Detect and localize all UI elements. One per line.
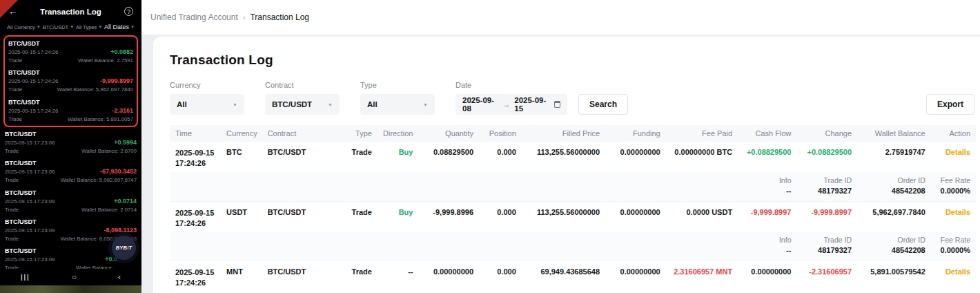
- contract-filter-group: Contract BTC/USDT ▼: [265, 81, 340, 115]
- page-title: Transaction Log: [170, 53, 976, 68]
- sub-info: Info--: [738, 231, 796, 261]
- date-range-picker[interactable]: 2025-09-08 → 2025-09-15: [455, 94, 567, 115]
- details-link[interactable]: Details: [931, 142, 976, 172]
- cell: -9,999.8997: [738, 201, 796, 231]
- col-header-direction: Direction: [378, 125, 419, 142]
- transaction-item[interactable]: BTC/USDT2025-09-15 17:24:26+0.0882TradeW…: [8, 37, 133, 66]
- sub-value: --: [743, 187, 791, 195]
- home-icon[interactable]: ○: [72, 272, 77, 282]
- item-type-balance-row: TradeWallet Balance: 2.7591: [8, 57, 133, 64]
- transaction-table: TimeCurrencyContractTypeDirectionQuantit…: [170, 125, 976, 293]
- sub-order-id: Order ID48542208: [857, 231, 931, 261]
- col-header-cash-flow: Cash Flow: [738, 125, 796, 142]
- cell: Trade: [320, 261, 378, 292]
- sub-value: 48542208: [863, 187, 925, 195]
- mobile-filter-0[interactable]: All Currency▼: [7, 24, 41, 30]
- cell: 5,891.00579542: [857, 261, 931, 292]
- breadcrumb-current: Transaction Log: [250, 12, 309, 22]
- mobile-filter-bar: All Currency▼BTC/USDT▼All Types▼All Date…: [0, 19, 141, 35]
- table-row: 2025-09-1517:24:26MNTBTC/USDTTrade--0.00…: [170, 261, 976, 292]
- cell: 113,255.56000000: [522, 142, 605, 172]
- time-clock: 17:24:26: [175, 278, 215, 288]
- timestamp: 2025-09-15 17:23:09: [5, 227, 55, 234]
- timestamp: 2025-09-15 17:23:06: [5, 139, 55, 146]
- cell: 113,255.56000000: [522, 201, 605, 231]
- type-label: Trade: [8, 57, 22, 64]
- wallet-balance: Wallet Balance: 5,891.0057: [68, 115, 133, 123]
- nav-back-icon[interactable]: ‹: [118, 272, 121, 282]
- mobile-filter-2[interactable]: All Types▼: [76, 24, 102, 30]
- timestamp: 2025-09-15 17:24:26: [8, 48, 58, 56]
- caret-down-icon: ▼: [98, 25, 102, 29]
- date-to: 2025-09-15: [514, 96, 550, 113]
- sub-label: Info: [743, 176, 791, 185]
- bybit-floating-button[interactable]: BYBIT: [112, 236, 136, 260]
- transaction-item[interactable]: BTC/USDT2025-09-15 17:23:09+0.0714TradeW…: [3, 187, 138, 216]
- item-type-balance-row: TradeWallet Balance: 2.6709: [5, 147, 137, 155]
- recent-apps-icon[interactable]: |||: [21, 274, 30, 281]
- mobile-filter-3[interactable]: All Dates▼: [104, 23, 135, 30]
- filter-row: Currency All ▼ Contract BTC/USDT ▼ Type: [170, 81, 976, 115]
- item-time-amount-row: 2025-09-15 17:24:26-2.3161: [8, 106, 133, 115]
- chevron-down-icon: ▼: [328, 102, 333, 107]
- timestamp: 2025-09-15 17:23:06: [5, 168, 55, 176]
- cell: BTC/USDT: [262, 261, 320, 292]
- filter-label: All Dates: [104, 23, 129, 30]
- filter-label: BTC/USDT: [43, 24, 69, 30]
- date-arrow-icon: →: [502, 100, 511, 108]
- details-link[interactable]: Details: [931, 261, 976, 292]
- item-type-balance-row: TradeWallet Balance: 5,982,697.6747: [5, 176, 137, 184]
- chevron-down-icon: ▼: [423, 102, 428, 107]
- breadcrumb-root-link[interactable]: Unified Trading Account: [150, 12, 238, 22]
- sub-value: 0.0000%: [937, 246, 970, 254]
- type-filter-group: Type All ▼: [360, 81, 435, 115]
- col-header-contract: Contract: [262, 125, 320, 142]
- cell: 69,949.43685648: [522, 261, 605, 292]
- col-header-quantity: Quantity: [418, 125, 479, 142]
- sub-spacer: [170, 231, 738, 261]
- cell: Buy: [378, 142, 419, 172]
- transaction-item[interactable]: BTC/USDT2025-09-15 17:24:26-9,999.8997Tr…: [8, 66, 133, 95]
- col-header-filled-price: Filled Price: [522, 125, 605, 142]
- sub-label: Info: [743, 236, 791, 244]
- contract-select[interactable]: BTC/USDT ▼: [265, 94, 340, 115]
- cell: Trade: [320, 201, 378, 231]
- caret-down-icon: ▼: [70, 25, 74, 29]
- cell: 0.00000000: [738, 261, 796, 292]
- type-value: All: [367, 100, 378, 108]
- col-header-fee-paid: Fee Paid: [666, 125, 738, 142]
- sub-value: 0.0000%: [937, 187, 970, 195]
- transaction-item[interactable]: BTC/USDT2025-09-15 17:24:26-2.3161TradeW…: [8, 96, 133, 125]
- bybit-logo-text: BYBIT: [116, 245, 133, 251]
- cell: USDT: [221, 201, 262, 231]
- details-link[interactable]: Details: [931, 201, 976, 231]
- filter-label: All Currency: [7, 24, 35, 30]
- table-row: 2025-09-1517:24:26BTCBTC/USDTTradeBuy0.0…: [170, 142, 976, 172]
- item-type-balance-row: TradeWallet Balance: 5,962,697.7840: [8, 86, 133, 93]
- sub-value: 48179327: [802, 187, 852, 195]
- pair-label: BTC/USDT: [5, 189, 137, 196]
- amount: -2.3161: [112, 106, 133, 115]
- search-button[interactable]: Search: [578, 94, 628, 115]
- highlighted-group: BTC/USDT2025-09-15 17:24:26+0.0882TradeW…: [3, 35, 138, 127]
- sub-value: 48542208: [863, 246, 925, 254]
- table-header: TimeCurrencyContractTypeDirectionQuantit…: [170, 125, 976, 142]
- timestamp: 2025-09-15 17:23:09: [5, 256, 55, 263]
- cell: 0.08829500: [418, 142, 479, 172]
- wallet-balance: Wallet Balance: 2.6709: [81, 147, 137, 155]
- timestamp: 2025-09-15 17:24:26: [8, 77, 58, 85]
- mobile-filter-1[interactable]: BTC/USDT▼: [43, 24, 74, 30]
- type-select[interactable]: All ▼: [360, 94, 435, 115]
- contract-value: BTC/USDT: [272, 100, 312, 108]
- type-label: Trade: [5, 235, 19, 243]
- currency-select[interactable]: All ▼: [170, 94, 244, 115]
- cell: 0.000: [479, 142, 522, 172]
- amount: +0.0882: [110, 48, 133, 57]
- chevron-down-icon: ▼: [233, 102, 237, 107]
- wallet-balance: Wallet Balance: 2.0714: [81, 206, 137, 214]
- export-button[interactable]: Export: [926, 94, 974, 115]
- mobile-header: Transaction Log ← ?: [0, 0, 141, 19]
- transaction-item[interactable]: BTC/USDT2025-09-15 17:23:06+0.5994TradeW…: [3, 128, 138, 157]
- caret-down-icon: ▼: [130, 25, 135, 29]
- transaction-item[interactable]: BTC/USDT2025-09-15 17:23:06-67,930.3452T…: [3, 157, 138, 186]
